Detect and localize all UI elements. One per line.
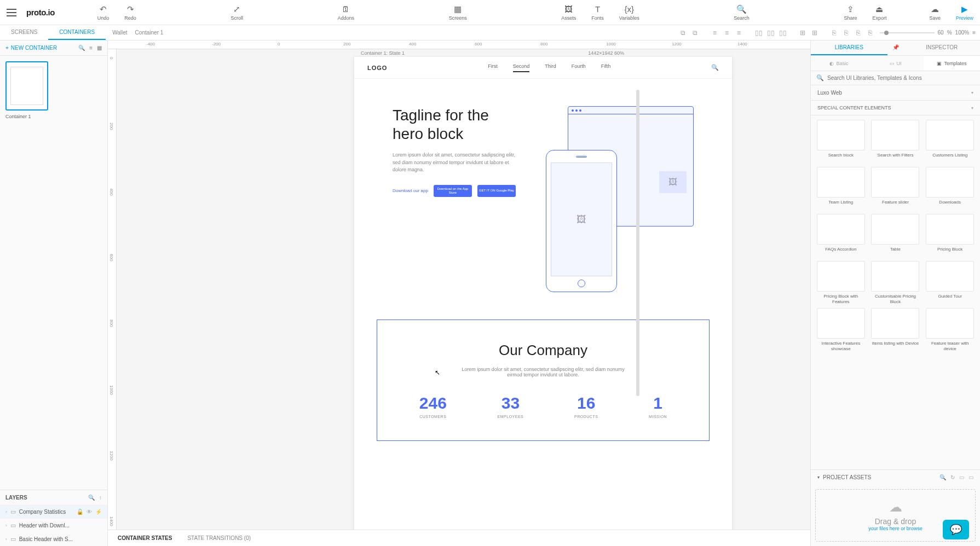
preview-button[interactable]: ▶Preview xyxy=(956,4,973,21)
artboard[interactable]: LOGO First Second Third Fourth Fifth 🔍 T… xyxy=(354,57,732,533)
template-item[interactable]: Customers Listing xyxy=(924,120,976,164)
nav-item[interactable]: Third xyxy=(545,63,556,72)
save-button[interactable]: ☁Save xyxy=(929,4,941,21)
template-item[interactable]: Customisable Pricing Block xyxy=(870,261,921,305)
nav-item[interactable]: Fourth xyxy=(572,63,586,72)
section-special[interactable]: SPECIAL CONTENT ELEMENTS▾ xyxy=(811,101,980,115)
nav-item[interactable]: Second xyxy=(513,63,530,72)
copy-icon[interactable]: ⎘ xyxy=(829,28,839,38)
layer-item[interactable]: › ▭ Header with Downl... xyxy=(0,519,107,532)
subtab-ui[interactable]: ▭UI xyxy=(867,56,924,71)
company-section[interactable]: Our Company Lorem ipsum dolor sit amet, … xyxy=(377,320,709,441)
nav-item[interactable]: First xyxy=(488,63,498,72)
assets-search-icon[interactable]: 🔍 xyxy=(939,474,946,480)
duplicate-icon[interactable]: ⎘ xyxy=(854,28,863,38)
template-item[interactable]: Feature slider xyxy=(870,167,921,211)
tab-pin[interactable]: 📌 xyxy=(887,40,904,55)
browse-link[interactable]: browse xyxy=(907,526,923,531)
vertical-scrollbar[interactable] xyxy=(636,90,639,396)
template-thumb xyxy=(926,261,974,292)
template-item[interactable]: Items listing with Device xyxy=(870,308,921,352)
tab-inspector[interactable]: INSPECTOR xyxy=(904,40,981,55)
arrange-icon[interactable]: ⊞ xyxy=(798,28,808,38)
hamburger-icon[interactable] xyxy=(7,9,16,16)
library-search-input[interactable] xyxy=(827,75,975,81)
assets-view1-icon[interactable]: ▭ xyxy=(959,474,964,480)
layers-search-icon[interactable]: 🔍 xyxy=(88,495,95,501)
template-item[interactable]: Pricing Block with Features xyxy=(815,261,867,305)
template-item[interactable]: Table xyxy=(870,214,921,258)
template-item[interactable]: Interactive Features showcase xyxy=(815,308,867,352)
template-item[interactable]: Search with Filters xyxy=(870,120,921,164)
group-icon[interactable]: ⧉ xyxy=(678,28,688,38)
zoom-value[interactable]: 60 xyxy=(938,30,944,36)
template-item[interactable]: Search block xyxy=(815,120,867,164)
template-item[interactable]: Downloads xyxy=(924,167,976,211)
appstore-button[interactable]: Download on the App Store xyxy=(434,185,472,197)
align-right-icon[interactable]: ≡ xyxy=(734,28,744,38)
bottom-tabs: CONTAINER STATES STATE TRANSITIONS (0) xyxy=(108,530,810,546)
layers-sort-icon[interactable]: ↕ xyxy=(99,495,102,501)
crumb-container[interactable]: Container 1 xyxy=(135,30,164,36)
align-left-icon[interactable]: ≡ xyxy=(710,28,720,38)
zoom-menu-icon[interactable]: ≡ xyxy=(972,30,976,36)
subtab-basic[interactable]: ◐Basic xyxy=(811,56,867,71)
align-center-icon[interactable]: ≡ xyxy=(722,28,732,38)
download-link[interactable]: Download our app xyxy=(393,188,428,193)
artboard-search-icon[interactable]: 🔍 xyxy=(711,64,719,71)
assets-view2-icon[interactable]: ▭ xyxy=(969,474,973,480)
zoom-slider[interactable] xyxy=(880,32,935,33)
canvas[interactable]: -400 -200 0 200 400 600 800 1000 1200 14… xyxy=(108,40,810,546)
container-thumbnail[interactable] xyxy=(5,61,48,111)
chevron-down-icon[interactable]: ▾ xyxy=(817,475,820,480)
nav-item[interactable]: Fifth xyxy=(601,63,611,72)
template-item[interactable]: Feature teaser with device xyxy=(924,308,976,352)
assets-refresh-icon[interactable]: ↻ xyxy=(950,474,955,480)
list-icon[interactable]: ≡ xyxy=(89,45,93,51)
chat-bubble[interactable]: 💬 xyxy=(943,520,969,539)
paste-icon[interactable]: ⎘ xyxy=(841,28,851,38)
lock-icon[interactable]: 🔓 xyxy=(77,509,83,515)
align-top-icon[interactable]: ▯▯ xyxy=(778,28,788,38)
template-item[interactable]: FAQs Accordion xyxy=(815,214,867,258)
distribute-h-icon[interactable]: ▯▯ xyxy=(754,28,764,38)
bolt-icon[interactable]: ⚡ xyxy=(95,509,102,515)
delete-icon[interactable]: ⎘ xyxy=(866,28,875,38)
subtab-templates[interactable]: ▣Templates xyxy=(924,56,980,71)
ungroup-icon[interactable]: ⧉ xyxy=(690,28,700,38)
layer-item[interactable]: › ▭ Basic Header with S... xyxy=(0,532,107,546)
addons-button[interactable]: 🗓Addons xyxy=(338,4,355,21)
assets-button[interactable]: 🖼Assets xyxy=(561,4,576,21)
arrange2-icon[interactable]: ⊞ xyxy=(810,28,820,38)
tab-libraries[interactable]: LIBRARIES xyxy=(811,40,887,55)
template-item[interactable]: Team Listing xyxy=(815,167,867,211)
grid-icon[interactable]: ▦ xyxy=(97,45,102,51)
tab-container-states[interactable]: CONTAINER STATES xyxy=(118,535,172,541)
variables-button[interactable]: {x}Variables xyxy=(619,4,639,21)
template-item[interactable]: Pricing Block xyxy=(924,214,976,258)
template-item[interactable]: Guided Tour xyxy=(924,261,976,305)
scroll-button[interactable]: ⤢Scroll xyxy=(230,4,243,21)
search-button[interactable]: 🔍Search xyxy=(734,4,750,21)
tab-screens[interactable]: SCREENS xyxy=(0,25,48,40)
topbar: proto.io ↶Undo ↷Redo ⤢Scroll 🗓Addons ▦Sc… xyxy=(0,0,980,25)
share-button[interactable]: ⇪Share xyxy=(844,4,857,21)
tab-containers[interactable]: CONTAINERS xyxy=(48,25,106,40)
tab-state-transitions[interactable]: STATE TRANSITIONS (0) xyxy=(187,535,251,541)
zoom-100[interactable]: 100% xyxy=(955,30,970,36)
section-luxo[interactable]: Luxo Web▾ xyxy=(811,85,980,101)
fonts-button[interactable]: TFonts xyxy=(591,4,604,21)
undo-button[interactable]: ↶Undo xyxy=(97,4,109,21)
layer-item[interactable]: › ▭ Company Statistics 🔓 👁 ⚡ xyxy=(0,505,107,519)
export-button[interactable]: ⏏Export xyxy=(872,4,886,21)
distribute-v-icon[interactable]: ▯▯ xyxy=(766,28,776,38)
stat-item: 16PRODUCTS xyxy=(574,394,598,419)
screens-button[interactable]: ▦Screens xyxy=(449,4,467,21)
eye-icon[interactable]: 👁 xyxy=(87,509,92,515)
crumb-wallet[interactable]: Wallet xyxy=(112,30,127,36)
redo-button[interactable]: ↷Redo xyxy=(124,4,136,21)
new-container-button[interactable]: + NEW CONTAINER 🔍 ≡ ▦ xyxy=(0,40,107,56)
search-small-icon[interactable]: 🔍 xyxy=(78,45,85,51)
library-search[interactable]: 🔍 xyxy=(811,71,980,85)
playstore-button[interactable]: GET IT ON Google Play xyxy=(477,185,516,197)
